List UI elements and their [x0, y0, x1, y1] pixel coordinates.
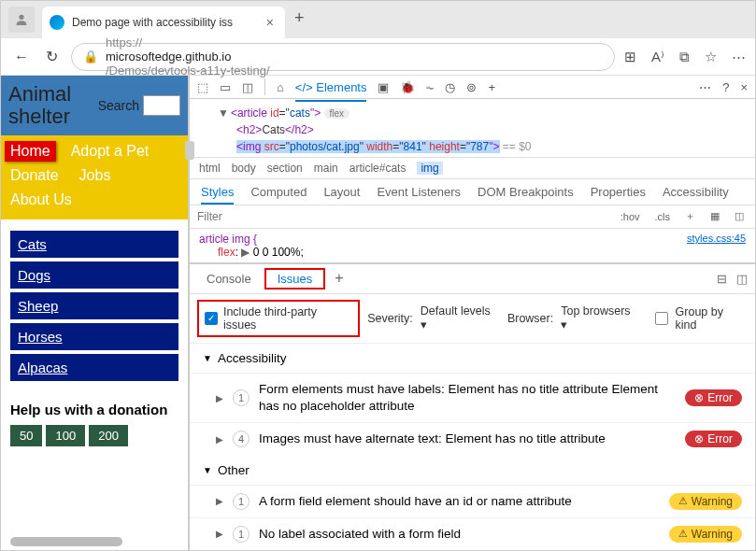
- thirdparty-label: Include third-party issues: [223, 305, 352, 332]
- elements-tree[interactable]: ▼<article id="cats"> flex <h2>Cats</h2> …: [190, 99, 755, 157]
- group-label: Group by kind: [676, 305, 748, 332]
- list-item[interactable]: Sheep: [10, 292, 178, 319]
- horizontal-scrollbar[interactable]: [10, 537, 122, 546]
- nav-adopt[interactable]: Adopt a Pet: [65, 141, 155, 162]
- group-other[interactable]: ▼Other: [190, 456, 755, 485]
- computed-icon[interactable]: ◫: [731, 208, 748, 224]
- tab-styles[interactable]: Styles: [201, 185, 234, 205]
- crumb[interactable]: article#cats: [349, 162, 407, 175]
- warning-badge: Warning: [669, 493, 742, 510]
- list-item[interactable]: Dogs: [10, 261, 178, 289]
- issues-filter-row: ✓ Include third-party issues Severity: D…: [190, 294, 755, 344]
- favorite-icon[interactable]: ☆: [705, 49, 717, 65]
- drawer-tab-issues[interactable]: Issues: [268, 268, 322, 290]
- crumb[interactable]: body: [232, 162, 256, 175]
- devtools-toolbar: ⬚ ▭ ◫ ⌂ </> Elements ▣ 🐞 ⏦ ◷ ⊚ + ⋯ ? ×: [190, 76, 755, 99]
- console-icon[interactable]: ▣: [378, 80, 389, 94]
- drawer-icon-1[interactable]: ⊟: [717, 272, 727, 286]
- crumb[interactable]: main: [314, 162, 338, 175]
- issue-row[interactable]: ▶ 1 A form field element should have an …: [190, 485, 755, 517]
- issue-row[interactable]: ▶ 1 No label associated with a form fiel…: [190, 517, 755, 550]
- performance-icon[interactable]: ◷: [445, 80, 455, 94]
- nav-about[interactable]: About Us: [5, 190, 78, 210]
- site-brand: Animal shelter: [8, 83, 94, 128]
- dock-icon[interactable]: ◫: [242, 80, 253, 94]
- css-rule[interactable]: article img { styles.css:45 flex: ▶ 0 0 …: [190, 229, 755, 262]
- source-link[interactable]: styles.css:45: [687, 233, 746, 244]
- devtools-drawer: Console Issues + ⊟ ◫ ✓ Include third-par…: [190, 262, 755, 550]
- inspect-icon[interactable]: ⬚: [197, 80, 208, 94]
- drawer-icon-2[interactable]: ◫: [736, 272, 748, 286]
- styles-filter-row: :hov .cls ＋ ▦ ◫: [190, 205, 755, 229]
- device-icon[interactable]: ▭: [220, 80, 231, 94]
- nav-donate[interactable]: Donate: [5, 165, 64, 186]
- drawer-tab-console[interactable]: Console: [197, 268, 261, 290]
- styles-tabs: Styles Computed Layout Event Listeners D…: [190, 178, 755, 205]
- group-accessibility[interactable]: ▼Accessibility: [190, 344, 755, 373]
- read-aloud-icon[interactable]: A⁾: [651, 49, 664, 65]
- tab-elements[interactable]: </> Elements: [295, 80, 367, 102]
- tab-listeners[interactable]: Event Listeners: [377, 185, 461, 199]
- list-item[interactable]: Alpacas: [10, 354, 178, 381]
- close-devtools-icon[interactable]: ×: [740, 80, 748, 94]
- profile-avatar[interactable]: [8, 7, 35, 33]
- tab-dom-breakpoints[interactable]: DOM Breakpoints: [478, 185, 574, 199]
- warning-badge: Warning: [669, 526, 742, 543]
- menu-icon[interactable]: ⋯: [732, 49, 746, 65]
- memory-icon[interactable]: ⊚: [466, 80, 477, 94]
- flexbox-icon[interactable]: ▦: [706, 208, 723, 224]
- donate-50[interactable]: 50: [10, 425, 42, 446]
- breadcrumb[interactable]: html body section main article#cats img: [190, 157, 755, 178]
- donate-section: Help us with a donation 50 100 200: [1, 396, 188, 452]
- error-badge: Error: [685, 389, 742, 406]
- hov-toggle[interactable]: :hov: [617, 209, 644, 224]
- url-text: https://microsoftedge.github.io/Demos/de…: [106, 35, 603, 78]
- resize-handle[interactable]: [185, 141, 194, 160]
- page-content: Animal shelter Search Home Adopt a Pet D…: [1, 76, 188, 550]
- new-tab-button[interactable]: +: [285, 1, 314, 35]
- crumb-active[interactable]: img: [417, 162, 442, 175]
- sources-icon[interactable]: 🐞: [400, 80, 415, 94]
- url-bar: ← ↻ 🔒 https://microsoftedge.github.io/De…: [1, 38, 755, 76]
- crumb[interactable]: html: [199, 162, 221, 175]
- styles-filter-input[interactable]: [190, 205, 609, 228]
- drawer-add-tab[interactable]: +: [329, 270, 349, 287]
- browser-tab[interactable]: Demo page with accessibility iss ×: [42, 7, 285, 38]
- crumb[interactable]: section: [267, 162, 303, 175]
- reload-button[interactable]: ↻: [42, 44, 62, 69]
- collections-icon[interactable]: ⧉: [679, 49, 690, 65]
- tab-title: Demo page with accessibility iss: [72, 16, 263, 29]
- help-icon[interactable]: ?: [722, 80, 729, 94]
- titlebar: Demo page with accessibility iss × +: [1, 1, 755, 38]
- page-header: Animal shelter Search: [1, 76, 188, 135]
- cls-toggle[interactable]: .cls: [651, 209, 675, 224]
- app-icon[interactable]: ⊞: [624, 49, 636, 65]
- address-box[interactable]: 🔒 https://microsoftedge.github.io/Demos/…: [71, 43, 615, 71]
- severity-dropdown[interactable]: Default levels: [421, 304, 500, 332]
- network-icon[interactable]: ⏦: [426, 80, 434, 94]
- tab-properties[interactable]: Properties: [591, 185, 646, 199]
- group-checkbox[interactable]: [655, 312, 668, 325]
- tab-computed[interactable]: Computed: [250, 185, 307, 199]
- donate-100[interactable]: 100: [46, 425, 85, 446]
- issue-row[interactable]: ▶ 1 Form elements must have labels: Elem…: [190, 373, 755, 422]
- search-input[interactable]: [143, 95, 180, 116]
- nav-jobs[interactable]: Jobs: [74, 165, 117, 186]
- list-item[interactable]: Horses: [10, 323, 178, 350]
- donate-200[interactable]: 200: [89, 425, 128, 446]
- issue-row[interactable]: ▶ 4 Images must have alternate text: Ele…: [190, 422, 755, 455]
- drawer-tabs: Console Issues + ⊟ ◫: [190, 264, 755, 294]
- tab-layout[interactable]: Layout: [323, 185, 360, 199]
- new-rule-icon[interactable]: ＋: [681, 207, 699, 225]
- settings-icon[interactable]: ⋯: [699, 80, 711, 94]
- close-tab-icon[interactable]: ×: [263, 15, 278, 30]
- more-tabs-icon[interactable]: +: [488, 80, 495, 94]
- back-button[interactable]: ←: [10, 45, 33, 69]
- welcome-icon[interactable]: ⌂: [277, 80, 284, 94]
- list-item[interactable]: Cats: [10, 231, 178, 258]
- severity-label: Severity:: [367, 312, 413, 325]
- browser-dropdown[interactable]: Top browsers: [561, 304, 639, 332]
- nav-home[interactable]: Home: [5, 141, 56, 162]
- thirdparty-checkbox[interactable]: ✓: [205, 312, 218, 325]
- tab-accessibility[interactable]: Accessibility: [663, 185, 729, 199]
